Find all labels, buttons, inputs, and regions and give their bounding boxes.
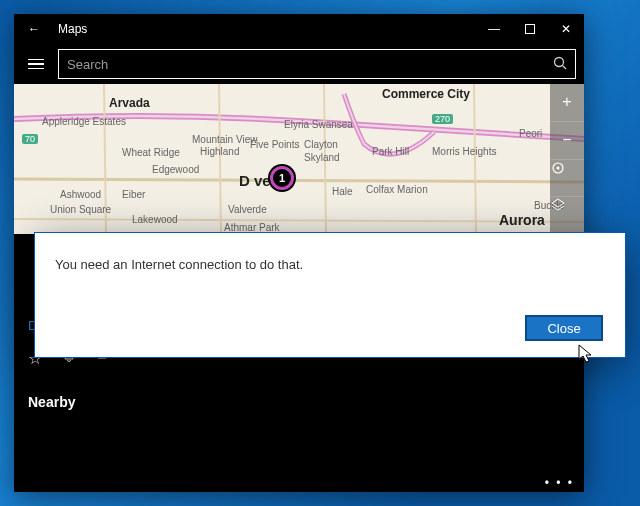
map-label: Clayton xyxy=(304,139,338,150)
map-label: Morris Heights xyxy=(432,146,496,157)
dialog-close-button[interactable]: Close xyxy=(525,315,603,341)
map-pin-1[interactable]: 1 xyxy=(270,166,294,190)
layers-icon xyxy=(550,197,584,234)
map-shield-i70: 70 xyxy=(22,134,38,144)
map-label: Wheat Ridge xyxy=(122,147,180,158)
svg-rect-0 xyxy=(526,25,535,34)
titlebar: ← Maps — ✕ xyxy=(14,14,584,44)
search-icon[interactable] xyxy=(553,56,567,73)
map-label: Highland xyxy=(200,146,239,157)
map-label: Five Points xyxy=(250,139,299,150)
app-title: Maps xyxy=(54,22,476,36)
map-label: Mountain View xyxy=(192,134,257,145)
svg-point-5 xyxy=(557,166,560,169)
layers-button[interactable] xyxy=(550,196,584,234)
map-label: Edgewood xyxy=(152,164,199,175)
map-label-arvada: Arvada xyxy=(109,96,150,110)
map-label: Colfax Marion xyxy=(366,184,428,195)
map-label: Appleridge Estates xyxy=(42,116,126,127)
maximize-icon xyxy=(525,24,535,34)
dialog-message: You need an Internet connection to do th… xyxy=(35,233,625,296)
search-bar: Search xyxy=(14,44,584,84)
map-label: Union Square xyxy=(50,204,111,215)
minimize-button[interactable]: — xyxy=(476,14,512,44)
map-label: Eiber xyxy=(122,189,145,200)
maximize-button[interactable] xyxy=(512,14,548,44)
locate-icon xyxy=(550,160,584,197)
more-button[interactable]: • • • xyxy=(545,476,574,490)
map-label: Lakewood xyxy=(132,214,178,225)
nearby-heading: Nearby xyxy=(14,384,584,420)
map-label: Peori xyxy=(519,128,542,139)
hamburger-menu-button[interactable] xyxy=(22,50,50,78)
map-label: Elyria Swansea xyxy=(284,119,353,130)
map-label: Hale xyxy=(332,186,353,197)
svg-point-1 xyxy=(555,57,564,66)
map-shield-i270: 270 xyxy=(432,114,453,124)
zoom-in-button[interactable]: + xyxy=(550,84,584,121)
map-label-commerce: Commerce City xyxy=(382,87,470,101)
map-canvas[interactable]: Arvada Commerce City D ver Aurora Appler… xyxy=(14,84,584,234)
map-side-controls: + − xyxy=(550,84,584,234)
back-button[interactable]: ← xyxy=(14,22,54,36)
map-label: Ashwood xyxy=(60,189,101,200)
locate-me-button[interactable] xyxy=(550,159,584,197)
search-placeholder: Search xyxy=(67,57,553,72)
map-label: Skyland xyxy=(304,152,340,163)
error-dialog: You need an Internet connection to do th… xyxy=(34,232,626,358)
map-label-aurora: Aurora xyxy=(499,212,545,228)
map-label: Park Hill xyxy=(372,146,409,157)
svg-line-2 xyxy=(563,65,567,69)
map-label: Valverde xyxy=(228,204,267,215)
close-window-button[interactable]: ✕ xyxy=(548,14,584,44)
zoom-out-button[interactable]: − xyxy=(550,121,584,159)
search-input[interactable]: Search xyxy=(58,49,576,79)
